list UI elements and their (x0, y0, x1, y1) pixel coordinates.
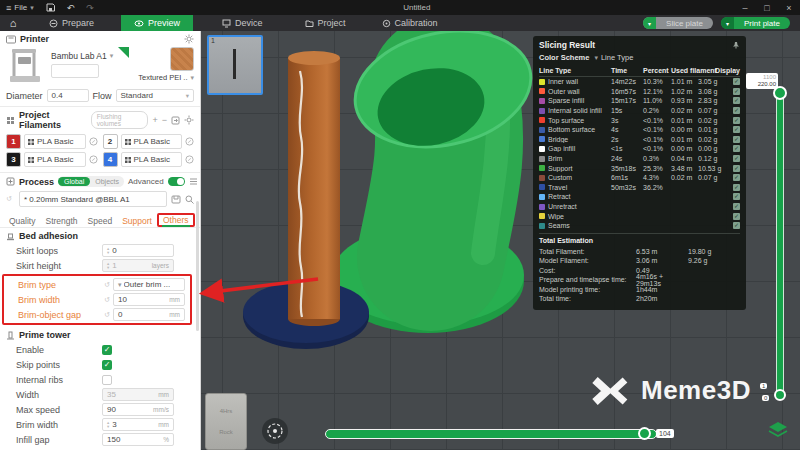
display-checkbox[interactable]: ✓ (733, 107, 740, 114)
save-button[interactable] (40, 0, 61, 15)
plate-type-thumbnail[interactable] (170, 47, 194, 71)
display-checkbox[interactable]: ✓ (733, 97, 740, 104)
reset-icon[interactable]: ↺ (104, 296, 113, 304)
filament-select[interactable]: PLA Basic (24, 134, 86, 149)
display-checkbox[interactable]: ✓ (733, 222, 740, 229)
process-tab-strength[interactable]: Strength (40, 215, 82, 227)
printer-image[interactable] (6, 47, 46, 85)
tab-preview[interactable]: Preview (121, 15, 193, 31)
plate-type-select[interactable]: Textured PEI .. ▾ (138, 73, 194, 82)
brim-type-select[interactable]: ▾ Outer brim ... (113, 278, 185, 291)
slice-options-dropdown[interactable]: ▾ (643, 17, 656, 29)
home-button[interactable]: ⌂ (0, 17, 26, 29)
sidebar-scrollbar[interactable] (196, 201, 199, 331)
skirt-height-input[interactable]: ▴▾ 1 layers (102, 259, 174, 272)
green-tube-model[interactable] (332, 31, 542, 333)
max-speed-input[interactable]: 90 mm/s (102, 403, 174, 416)
color-scheme-select[interactable]: ▾ Line Type (594, 53, 633, 62)
diameter-input[interactable]: 0.4 (47, 89, 89, 102)
add-filament-button[interactable]: + (152, 115, 157, 125)
process-preset-select[interactable]: * 0.20mm Standard @BBL A1 (19, 191, 167, 207)
filament-edit-icon[interactable] (185, 155, 194, 164)
filament-edit-icon[interactable] (89, 155, 98, 164)
search-icon[interactable] (185, 195, 194, 204)
filament-edit-icon[interactable] (89, 137, 98, 146)
display-checkbox[interactable]: ✓ (733, 165, 740, 172)
filament-select[interactable]: PLA Basic (24, 152, 86, 167)
list-view-icon[interactable] (189, 177, 198, 186)
advanced-toggle[interactable] (168, 177, 185, 186)
reset-icon[interactable]: ↺ (104, 311, 113, 319)
enable-checkbox[interactable]: ✓ (102, 345, 112, 355)
layer-slider-bottom-handle[interactable] (774, 389, 786, 401)
redo-button[interactable]: ↷ (80, 0, 100, 15)
display-checkbox[interactable]: ✓ (733, 184, 740, 191)
history-icon[interactable]: ↺ (6, 195, 15, 203)
flow-select[interactable]: Standard ▾ (116, 89, 194, 102)
step-slider-track[interactable] (325, 429, 657, 439)
layers-button[interactable] (768, 421, 788, 443)
infill-gap-input[interactable]: 150 % (102, 433, 174, 446)
display-checkbox[interactable]: ✓ (733, 88, 740, 95)
display-checkbox[interactable]: ✓ (733, 136, 740, 143)
ams-mapping-icon[interactable] (171, 116, 180, 125)
skip-points-checkbox[interactable]: ✓ (102, 360, 112, 370)
nozzle-select[interactable] (51, 64, 99, 78)
display-checkbox[interactable]: ✓ (733, 203, 740, 210)
print-options-dropdown[interactable]: ▾ (721, 17, 734, 29)
pin-icon[interactable] (732, 41, 740, 49)
display-checkbox[interactable]: ✓ (733, 126, 740, 133)
printer-select[interactable]: Bambu Lab A1 ▾ (51, 51, 113, 61)
tab-project[interactable]: Project (292, 15, 359, 31)
filament-select[interactable]: PLA Basic (121, 152, 183, 167)
filament-color-swatch[interactable]: 4 (103, 152, 118, 167)
prime-tower-model[interactable] (288, 51, 340, 326)
minimize-button[interactable]: – (734, 3, 756, 13)
step-slider-handle[interactable] (638, 427, 651, 440)
process-tab-quality[interactable]: Quality (4, 215, 40, 227)
filament-color-swatch[interactable]: 3 (6, 152, 21, 167)
filament-settings-gear-icon[interactable] (184, 115, 194, 125)
internal-ribs-checkbox[interactable] (102, 375, 112, 385)
display-checkbox[interactable]: ✓ (733, 145, 740, 152)
spinner-arrows[interactable]: ▴▾ (107, 421, 109, 428)
process-tab-support[interactable]: Support (117, 215, 157, 227)
display-checkbox[interactable]: ✓ (733, 78, 740, 85)
filament-color-swatch[interactable]: 2 (103, 134, 118, 149)
brim-width-input[interactable]: 10 mm (113, 293, 185, 306)
flushing-volumes-button[interactable]: Flushing volumes (91, 111, 149, 129)
filament-color-swatch[interactable]: 1 (6, 134, 21, 149)
global-objects-switch[interactable]: Global Objects (58, 176, 124, 187)
layer-slider-track[interactable] (776, 91, 784, 399)
process-tab-speed[interactable]: Speed (83, 215, 118, 227)
objects-segment[interactable]: Objects (90, 177, 124, 186)
layer-slider-top-handle[interactable] (773, 86, 787, 100)
plate-thumbnail[interactable]: 1 (207, 35, 263, 95)
process-tab-others[interactable]: Others (157, 213, 195, 227)
tower-brim-width-input[interactable]: ▴▾ 3 mm (102, 418, 174, 431)
display-checkbox[interactable]: ✓ (733, 155, 740, 162)
filament-edit-icon[interactable] (185, 137, 194, 146)
maximize-button[interactable]: □ (756, 3, 778, 13)
slice-plate-button[interactable]: ▾ Slice plate (643, 17, 713, 29)
spinner-arrows[interactable]: ▴▾ (107, 247, 109, 254)
reset-icon[interactable]: ↺ (104, 281, 113, 289)
file-menu[interactable]: ≡ File ▾ (0, 0, 40, 15)
remove-filament-button[interactable]: − (162, 115, 167, 125)
tab-calibration[interactable]: Calibration (369, 15, 451, 31)
orbit-gizmo[interactable] (262, 418, 288, 444)
undo-button[interactable]: ↶ (61, 0, 81, 15)
print-plate-button[interactable]: ▾ Print plate (721, 17, 790, 29)
width-input[interactable]: 35 mm (102, 388, 174, 401)
tab-device[interactable]: Device (209, 15, 276, 31)
printer-settings-gear-icon[interactable] (184, 34, 194, 44)
skirt-loops-input[interactable]: ▴▾ 0 (102, 244, 174, 257)
display-checkbox[interactable]: ✓ (733, 174, 740, 181)
save-preset-icon[interactable] (171, 195, 181, 204)
close-button[interactable]: × (778, 3, 800, 13)
brim-object-gap-input[interactable]: 0 mm (113, 308, 185, 321)
filament-select[interactable]: PLA Basic (121, 134, 183, 149)
viewport-3d[interactable]: 1 Slicing Result Color Scheme ▾ Line Typ… (200, 31, 800, 450)
global-segment[interactable]: Global (58, 177, 90, 186)
tab-prepare[interactable]: Prepare (36, 15, 107, 31)
